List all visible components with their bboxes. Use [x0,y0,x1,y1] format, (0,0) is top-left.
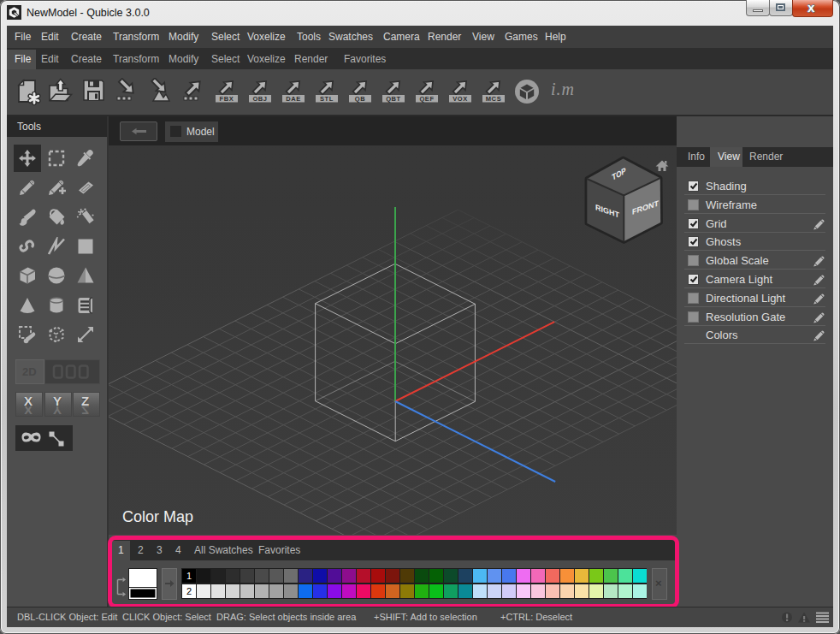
svg-text:FBX: FBX [220,95,234,103]
svg-text:OBJ: OBJ [252,95,267,103]
svg-text:QB: QB [355,95,365,103]
svg-text:QBT: QBT [386,95,401,103]
svg-text:QEF: QEF [419,95,434,103]
svg-text:STL: STL [320,95,334,103]
svg-text:MCS: MCS [486,95,501,103]
svg-text:DAE: DAE [286,95,301,103]
svg-text:VOX: VOX [453,95,468,103]
